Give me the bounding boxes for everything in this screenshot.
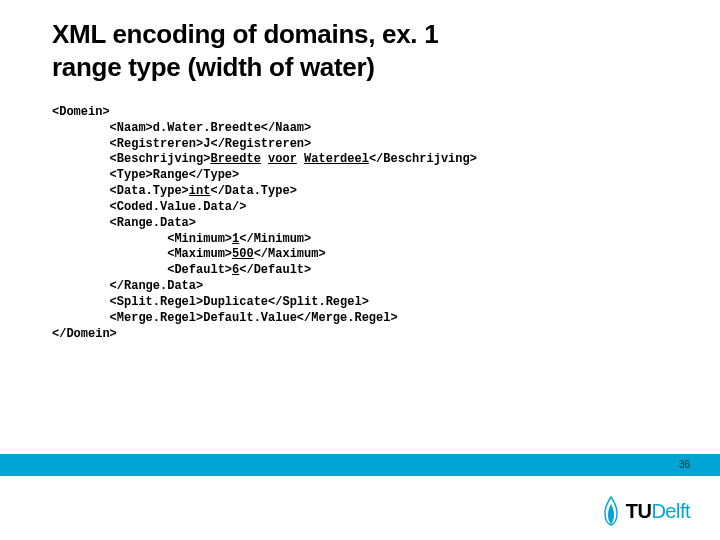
code-text: </Beschrijving>: [369, 152, 477, 166]
tudelft-logo: TUDelft: [602, 496, 690, 526]
code-line: <Coded.Value.Data/>: [52, 200, 246, 214]
code-line: <Default>: [52, 263, 232, 277]
flame-icon: [602, 496, 620, 526]
code-line: <Range.Data>: [52, 216, 196, 230]
logo-text: TUDelft: [626, 500, 690, 523]
code-line: <Registreren>J</Registreren>: [52, 137, 311, 151]
code-text: [297, 152, 304, 166]
code-text: </Data.Type>: [210, 184, 296, 198]
code-underline: Waterdeel: [304, 152, 369, 166]
code-underline: int: [189, 184, 211, 198]
code-text: </Minimum>: [239, 232, 311, 246]
title-line-2: range type (width of water): [52, 52, 375, 82]
code-text: Breedte</Naam>: [210, 121, 311, 135]
code-line: </Domein>: [52, 327, 117, 341]
code-line: <Type>Range</Type>: [52, 168, 239, 182]
code-line: <Merge.Regel>Default.Value</Merge.Regel>: [52, 311, 398, 325]
code-underline: Breedte: [210, 152, 260, 166]
code-underline: voor: [268, 152, 297, 166]
code-text: </Maximum>: [254, 247, 326, 261]
footer-bar: [0, 454, 720, 476]
logo-delft: Delft: [651, 500, 690, 522]
code-line: <Minimum>: [52, 232, 232, 246]
page-number: 36: [679, 459, 690, 470]
logo-tu: TU: [626, 500, 652, 522]
slide: XML encoding of domains, ex. 1 range typ…: [0, 0, 720, 540]
code-line: <Split.Regel>Duplicate</Split.Regel>: [52, 295, 369, 309]
code-line: <Beschrijving>: [52, 152, 210, 166]
code-text: Water.: [167, 121, 210, 135]
xml-code-block: <Domein> <Naam>d.Water.Breedte</Naam> <R…: [0, 83, 720, 342]
code-text: [261, 152, 268, 166]
code-line: </Range.Data>: [52, 279, 203, 293]
slide-title: XML encoding of domains, ex. 1 range typ…: [0, 0, 720, 83]
code-line: <Data.Type>: [52, 184, 189, 198]
code-line: <Domein>: [52, 105, 110, 119]
code-text: </Default>: [239, 263, 311, 277]
code-line: <Maximum>: [52, 247, 232, 261]
title-line-1: XML encoding of domains, ex. 1: [52, 19, 438, 49]
code-underline: 500: [232, 247, 254, 261]
code-line: <Naam>d.: [52, 121, 167, 135]
